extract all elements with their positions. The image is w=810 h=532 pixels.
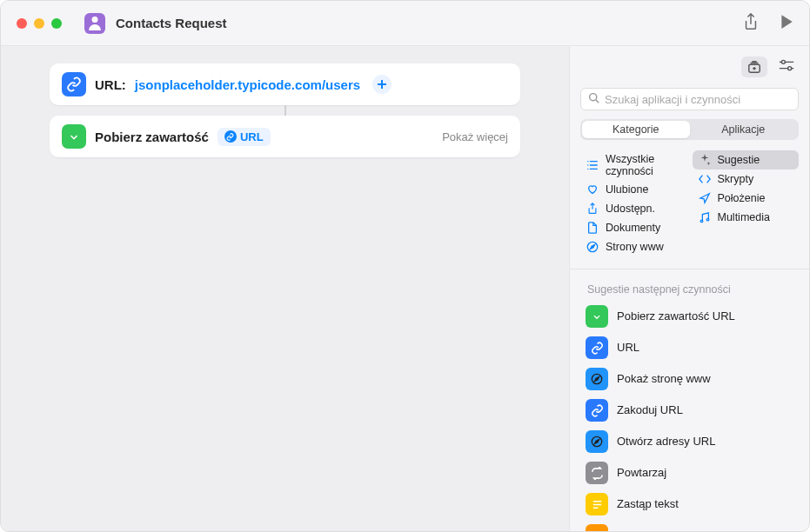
svg-point-1: [781, 60, 785, 63]
svg-point-3: [590, 94, 597, 101]
link-icon: [62, 72, 86, 96]
category-label: Ulubione: [606, 183, 648, 196]
titlebar: Contacts Request: [1, 1, 809, 46]
location-icon: [698, 191, 712, 205]
suggestion-label: Powtarzaj: [617, 466, 666, 480]
action-title: Pobierz zawartość: [95, 130, 209, 144]
suggestion-item[interactable]: Zakoduj URL: [577, 395, 802, 426]
suggestion-item[interactable]: Zastąp tekst: [577, 489, 802, 520]
run-button[interactable]: [780, 14, 793, 33]
show-more-button[interactable]: Pokaż więcej: [442, 130, 508, 143]
suggestion-item[interactable]: xUstaw zmienną: [577, 520, 802, 531]
media-icon: [698, 210, 712, 224]
svg-point-5: [700, 220, 703, 223]
category-label: Multimedia: [718, 211, 770, 223]
share-button[interactable]: [743, 13, 759, 34]
minimize-window-button[interactable]: [34, 18, 44, 29]
download-icon: [586, 305, 608, 328]
library-button[interactable]: [741, 57, 767, 77]
variable-name: URL: [240, 130, 264, 143]
shortcut-icon: [84, 13, 105, 34]
url-label: URL:: [95, 77, 126, 92]
category-multimedia[interactable]: Multimedia: [693, 208, 800, 227]
toolbar-actions: [743, 13, 793, 34]
search-input[interactable]: [605, 93, 791, 106]
suggestion-label: URL: [617, 341, 639, 355]
workflow-canvas[interactable]: URL: jsonplaceholder.typicode.com/users …: [1, 46, 569, 531]
variable-chip[interactable]: URL: [218, 128, 271, 146]
close-window-button[interactable]: [17, 18, 27, 29]
suggestion-item[interactable]: Otwórz adresy URL: [577, 426, 802, 457]
category-label: Wszystkie czynności: [606, 153, 682, 177]
suggestions-list: Pobierz zawartość URLURLPokaż stronę www…: [570, 301, 809, 531]
category-położenie[interactable]: Położenie: [693, 189, 800, 208]
category-ulubione[interactable]: Ulubione: [580, 180, 687, 199]
svg-point-6: [706, 218, 709, 221]
window: Contacts Request URL: jsonplaceholder.ty…: [0, 0, 810, 532]
suggestion-label: Pokaż stronę www: [617, 372, 711, 386]
url-value[interactable]: jsonplaceholder.typicode.com/users: [135, 77, 360, 92]
window-title: Contacts Request: [116, 16, 227, 30]
share-icon: [586, 202, 599, 216]
fullscreen-window-button[interactable]: [51, 18, 62, 29]
segment-control: Kategorie Aplikacje: [580, 119, 799, 140]
category-label: Skrypty: [718, 173, 754, 185]
get-contents-action-card[interactable]: Pobierz zawartość URL Pokaż więcej: [50, 116, 520, 157]
sidebar: Kategorie Aplikacje Wszystkie czynnościU…: [569, 46, 809, 531]
category-dokumenty[interactable]: Dokumenty: [580, 218, 687, 237]
var-icon: x: [586, 524, 608, 531]
repeat-icon: [586, 462, 608, 484]
category-wszystkie-czynności[interactable]: Wszystkie czynności: [580, 150, 687, 180]
sidebar-toolbar: [570, 46, 809, 88]
link-icon: [586, 336, 608, 359]
url-action-card[interactable]: URL: jsonplaceholder.typicode.com/users: [50, 63, 520, 105]
suggestion-item[interactable]: Powtarzaj: [577, 457, 802, 489]
segment-categories[interactable]: Kategorie: [582, 121, 690, 138]
suggestion-item[interactable]: Pobierz zawartość URL: [577, 301, 802, 332]
category-label: Dokumenty: [606, 222, 660, 234]
category-udostępn.[interactable]: Udostępn.: [580, 199, 687, 218]
suggestion-item[interactable]: URL: [577, 332, 802, 363]
download-icon: [62, 124, 86, 149]
suggestion-label: Ustaw zmienną: [617, 529, 694, 531]
safari-icon: [586, 240, 599, 254]
category-strony-www[interactable]: Strony www: [580, 237, 687, 256]
category-sugestie[interactable]: Sugestie: [693, 150, 800, 170]
list-icon: [586, 158, 599, 172]
script-icon: [698, 172, 712, 186]
suggestion-label: Zastąp tekst: [617, 497, 679, 511]
suggestion-label: Pobierz zawartość URL: [617, 309, 735, 323]
divider: [570, 269, 809, 269]
category-label: Sugestie: [718, 154, 760, 166]
window-controls: [17, 18, 62, 29]
sparkle-icon: [698, 153, 712, 167]
suggestion-label: Zakoduj URL: [617, 403, 683, 417]
category-label: Strony www: [606, 241, 664, 253]
segment-applications[interactable]: Aplikacje: [690, 121, 798, 138]
safari-icon: [586, 430, 608, 453]
link-icon: [224, 130, 237, 143]
window-body: URL: jsonplaceholder.typicode.com/users …: [1, 46, 809, 531]
category-label: Położenie: [718, 192, 766, 204]
text-icon: [586, 493, 608, 515]
heart-icon: [586, 183, 599, 196]
safari-icon: [586, 368, 608, 390]
suggestion-item[interactable]: Pokaż stronę www: [577, 363, 802, 395]
doc-icon: [586, 221, 599, 235]
search-icon: [588, 91, 599, 107]
suggestions-header: Sugestie następnej czynności: [570, 271, 809, 301]
add-url-button[interactable]: [372, 75, 392, 94]
search-field[interactable]: [580, 88, 799, 110]
settings-button[interactable]: [778, 58, 795, 76]
suggestion-label: Otwórz adresy URL: [617, 435, 715, 449]
connector-line: [285, 105, 286, 116]
svg-point-2: [788, 67, 792, 70]
category-label: Udostępn.: [606, 203, 655, 215]
category-skrypty[interactable]: Skrypty: [693, 170, 800, 189]
link-icon: [586, 399, 608, 422]
category-list: Wszystkie czynnościUlubioneUdostępn.Doku…: [570, 149, 809, 265]
